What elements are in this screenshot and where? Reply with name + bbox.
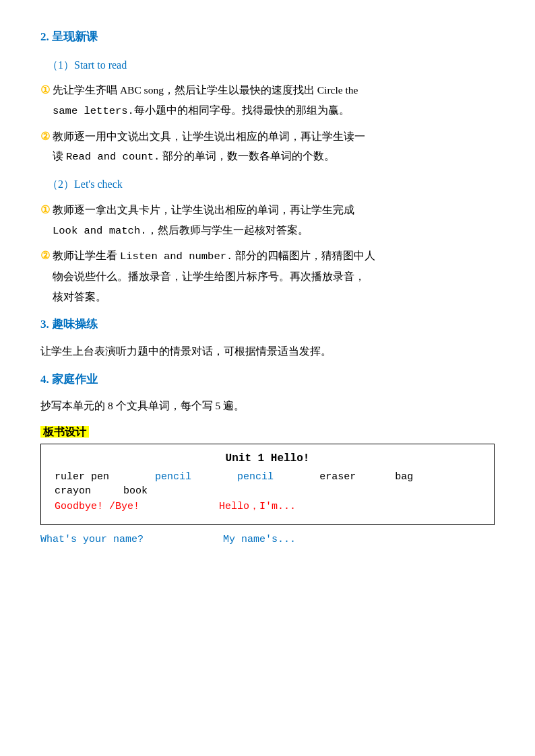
sub2-block: （2）Let's check ① 教师逐一拿出文具卡片，让学生说出相应的单词，再… — [40, 175, 495, 306]
board-row2: crayon book — [55, 485, 480, 497]
section3-block: 3. 趣味操练 让学生上台表演听力题中的情景对话，可根据情景适当发挥。 — [40, 314, 495, 361]
sub2-item1: ① 教师逐一拿出文具卡片，让学生说出相应的单词，再让学生完成 Look and … — [40, 200, 495, 240]
sub1-item1: ① 先让学生齐唱 ABC song，然后让学生以最快的速度找出 Circle t… — [40, 80, 495, 121]
item1-text2: same letters. — [53, 105, 134, 117]
section2-title: 2. 呈现新课 — [40, 27, 495, 48]
item2-text2c: 部分的单词，数一数各单词的个数。 — [160, 150, 335, 162]
item1-text1: 先让学生齐唱 ABC song，然后让学生以最快的速度找出 Circle the — [53, 84, 358, 96]
outside-left: What's your name? — [40, 534, 144, 545]
board-row1-pencil1: pencil — [155, 471, 191, 483]
item1-text2b: 每小题中的相同字母。找得最快的那组为赢。 — [134, 104, 350, 116]
item2-text1: 教师逐一用中文说出文具，让学生说出相应的单词，再让学生读一 — [53, 131, 365, 142]
item-num-2: ② — [40, 131, 50, 142]
sub2-item2-text3: 核对答案。 — [53, 291, 106, 302]
item2-text2b: Read and count. — [66, 151, 160, 163]
sub2-label: （2）Let's check — [47, 175, 495, 195]
board-row3-right: Hello，I'm... — [219, 501, 296, 512]
board-row1-bag: bag — [395, 471, 413, 483]
board-row3: Goodbye! /Bye! Hello，I'm... — [55, 500, 480, 512]
sub2-item2: ② 教师让学生看 Listen and number. 部分的四幅图片，猜猜图中… — [40, 246, 495, 306]
sub2-item2-text1b: Listen and number. — [120, 250, 232, 263]
item-num-4: ② — [40, 250, 50, 261]
board-box-title: Unit 1 Hello! — [55, 452, 480, 465]
sub2-item2-text2: 物会说些什么。播放录音，让学生给图片标序号。再次播放录音， — [53, 271, 365, 282]
sub2-item2-text1c: 部分的四幅图片，猜猜图中人 — [232, 250, 375, 261]
board-row1-pencil2: pencil — [237, 471, 274, 483]
sub1-block: （1）Start to read ① 先让学生齐唱 ABC song，然后让学生… — [40, 56, 495, 167]
board-section: 板书设计 Unit 1 Hello! ruler pen pencil penc… — [40, 425, 495, 549]
section4-heading: 4. 家庭作业 — [40, 370, 495, 390]
board-row2-book: book — [123, 485, 148, 497]
sub2-item1-text2a: Look and match.， — [53, 225, 158, 237]
board-outside-row: What's your name? My name's... — [40, 530, 495, 549]
section3-content: 让学生上台表演听力题中的情景对话，可根据情景适当发挥。 — [40, 342, 495, 362]
item2-text2a: 读 — [53, 150, 66, 162]
sub2-item1-text1: 教师逐一拿出文具卡片，让学生说出相应的单词，再让学生完成 — [53, 204, 354, 215]
sub1-label: （1）Start to read — [47, 56, 495, 75]
section4-block: 4. 家庭作业 抄写本单元的 8 个文具单词，每个写 5 遍。 — [40, 370, 495, 416]
board-row2-crayon: crayon — [55, 485, 91, 497]
sub2-item2-text1: 教师让学生看 — [53, 250, 120, 261]
board-label-text: 板书设计 — [40, 426, 89, 438]
item-num-3: ① — [40, 204, 50, 215]
section4-content: 抄写本单元的 8 个文具单词，每个写 5 遍。 — [40, 397, 495, 416]
board-row1-left: ruler pen — [55, 471, 109, 483]
sub1-item2: ② 教师逐一用中文说出文具，让学生说出相应的单词，再让学生读一 读 Read a… — [40, 127, 495, 167]
board-box: Unit 1 Hello! ruler pen pencil pencil er… — [40, 444, 495, 525]
sub2-item1-text2b: 然后教师与学生一起核对答案。 — [158, 224, 309, 236]
board-row1-eraser: eraser — [319, 471, 356, 483]
section2-heading: 2. 呈现新课 — [40, 27, 495, 48]
outside-right: My name's... — [223, 534, 296, 545]
item-num-1: ① — [40, 84, 50, 96]
board-row3-left: Goodbye! /Bye! — [55, 501, 139, 512]
section3-heading: 3. 趣味操练 — [40, 314, 495, 335]
board-row1: ruler pen pencil pencil eraser bag — [55, 471, 480, 483]
board-label: 板书设计 — [40, 425, 495, 440]
